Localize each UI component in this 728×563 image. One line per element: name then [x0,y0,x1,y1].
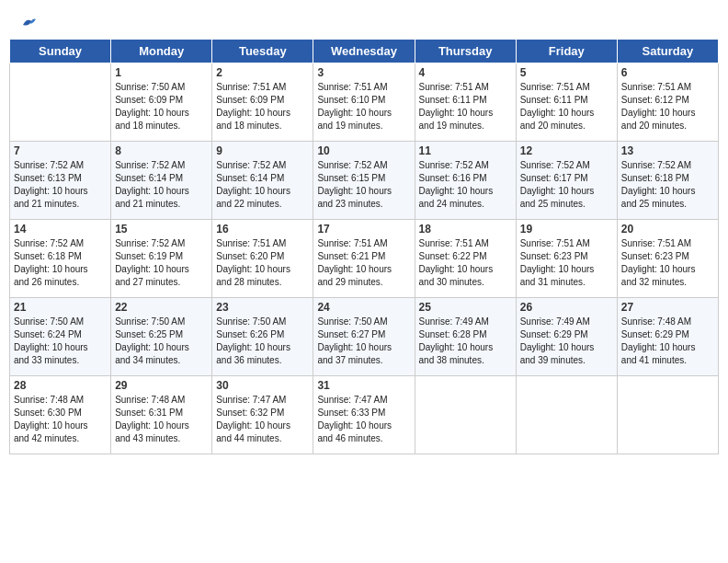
day-info: Sunrise: 7:50 AMSunset: 6:24 PMDaylight:… [14,316,107,367]
day-info: Sunrise: 7:48 AMSunset: 6:30 PMDaylight:… [14,394,107,445]
weekday-header-friday: Friday [516,40,617,63]
day-info: Sunrise: 7:51 AMSunset: 6:22 PMDaylight:… [419,237,512,289]
calendar-cell: 21Sunrise: 7:50 AMSunset: 6:24 PMDayligh… [10,298,111,376]
calendar-cell: 30Sunrise: 7:47 AMSunset: 6:32 PMDayligh… [212,376,313,454]
calendar-cell: 26Sunrise: 7:49 AMSunset: 6:29 PMDayligh… [516,298,617,376]
calendar-cell: 7Sunrise: 7:52 AMSunset: 6:13 PMDaylight… [10,142,111,220]
calendar-week-row: 7Sunrise: 7:52 AMSunset: 6:13 PMDaylight… [10,142,719,220]
calendar-cell: 11Sunrise: 7:52 AMSunset: 6:16 PMDayligh… [415,142,516,220]
day-number: 13 [621,144,714,157]
day-number: 29 [115,379,208,392]
day-info: Sunrise: 7:50 AMSunset: 6:26 PMDaylight:… [216,316,309,367]
calendar-cell [516,376,617,454]
calendar-cell: 19Sunrise: 7:51 AMSunset: 6:23 PMDayligh… [516,220,617,298]
day-info: Sunrise: 7:49 AMSunset: 6:28 PMDaylight:… [419,316,512,367]
day-info: Sunrise: 7:49 AMSunset: 6:29 PMDaylight:… [520,316,613,367]
calendar-cell [10,63,111,142]
day-info: Sunrise: 7:50 AMSunset: 6:27 PMDaylight:… [317,316,410,367]
day-number: 12 [520,144,613,157]
day-number: 3 [317,66,410,79]
day-number: 17 [317,223,410,236]
day-number: 24 [317,301,410,314]
day-number: 5 [520,66,613,79]
day-number: 19 [520,223,613,236]
day-number: 30 [216,379,309,392]
day-info: Sunrise: 7:52 AMSunset: 6:14 PMDaylight:… [115,159,208,211]
calendar-cell: 29Sunrise: 7:48 AMSunset: 6:31 PMDayligh… [111,376,212,454]
day-number: 20 [621,223,714,236]
weekday-header-wednesday: Wednesday [313,40,415,63]
day-info: Sunrise: 7:47 AMSunset: 6:33 PMDaylight:… [317,394,410,445]
calendar-cell: 20Sunrise: 7:51 AMSunset: 6:23 PMDayligh… [617,220,718,298]
calendar-week-row: 14Sunrise: 7:52 AMSunset: 6:18 PMDayligh… [10,220,719,298]
calendar-cell: 12Sunrise: 7:52 AMSunset: 6:17 PMDayligh… [516,142,617,220]
day-number: 25 [419,301,512,314]
day-number: 31 [317,379,410,392]
day-info: Sunrise: 7:52 AMSunset: 6:18 PMDaylight:… [621,159,714,211]
logo [18,14,37,27]
weekday-header-row: SundayMondayTuesdayWednesdayThursdayFrid… [10,40,719,63]
day-number: 28 [14,379,107,392]
day-number: 23 [216,301,309,314]
day-number: 9 [216,144,309,157]
calendar-cell: 14Sunrise: 7:52 AMSunset: 6:18 PMDayligh… [10,220,111,298]
day-number: 7 [14,144,107,157]
calendar-cell: 18Sunrise: 7:51 AMSunset: 6:22 PMDayligh… [415,220,516,298]
day-info: Sunrise: 7:52 AMSunset: 6:18 PMDaylight:… [14,237,107,289]
calendar-cell: 9Sunrise: 7:52 AMSunset: 6:14 PMDaylight… [212,142,313,220]
calendar-cell: 6Sunrise: 7:51 AMSunset: 6:12 PMDaylight… [617,63,718,142]
calendar-week-row: 28Sunrise: 7:48 AMSunset: 6:30 PMDayligh… [10,376,719,454]
day-info: Sunrise: 7:51 AMSunset: 6:23 PMDaylight:… [520,237,613,289]
day-info: Sunrise: 7:50 AMSunset: 6:09 PMDaylight:… [115,81,208,132]
day-info: Sunrise: 7:51 AMSunset: 6:11 PMDaylight:… [520,81,613,132]
day-info: Sunrise: 7:52 AMSunset: 6:16 PMDaylight:… [419,159,512,211]
day-number: 8 [115,144,208,157]
day-number: 10 [317,144,410,157]
weekday-header-tuesday: Tuesday [212,40,313,63]
day-info: Sunrise: 7:52 AMSunset: 6:19 PMDaylight:… [115,237,208,289]
day-info: Sunrise: 7:51 AMSunset: 6:20 PMDaylight:… [216,237,309,289]
weekday-header-monday: Monday [111,40,212,63]
weekday-header-saturday: Saturday [617,40,718,63]
day-info: Sunrise: 7:51 AMSunset: 6:11 PMDaylight:… [419,81,512,132]
calendar-cell [415,376,516,454]
day-number: 14 [14,223,107,236]
day-info: Sunrise: 7:51 AMSunset: 6:10 PMDaylight:… [317,81,410,132]
day-info: Sunrise: 7:51 AMSunset: 6:23 PMDaylight:… [621,237,714,289]
calendar-cell: 25Sunrise: 7:49 AMSunset: 6:28 PMDayligh… [415,298,516,376]
day-info: Sunrise: 7:51 AMSunset: 6:09 PMDaylight:… [216,81,309,132]
day-number: 22 [115,301,208,314]
calendar-cell: 5Sunrise: 7:51 AMSunset: 6:11 PMDaylight… [516,63,617,142]
calendar-cell: 23Sunrise: 7:50 AMSunset: 6:26 PMDayligh… [212,298,313,376]
calendar-cell: 1Sunrise: 7:50 AMSunset: 6:09 PMDaylight… [111,63,212,142]
day-info: Sunrise: 7:51 AMSunset: 6:21 PMDaylight:… [317,237,410,289]
calendar-cell: 4Sunrise: 7:51 AMSunset: 6:11 PMDaylight… [415,63,516,142]
weekday-header-sunday: Sunday [10,40,111,63]
day-info: Sunrise: 7:48 AMSunset: 6:29 PMDaylight:… [621,316,714,367]
day-info: Sunrise: 7:47 AMSunset: 6:32 PMDaylight:… [216,394,309,445]
calendar-cell: 22Sunrise: 7:50 AMSunset: 6:25 PMDayligh… [111,298,212,376]
calendar-cell: 17Sunrise: 7:51 AMSunset: 6:21 PMDayligh… [313,220,415,298]
day-number: 26 [520,301,613,314]
day-number: 27 [621,301,714,314]
calendar-cell: 28Sunrise: 7:48 AMSunset: 6:30 PMDayligh… [10,376,111,454]
logo-bird-icon [20,14,37,30]
calendar-cell: 8Sunrise: 7:52 AMSunset: 6:14 PMDaylight… [111,142,212,220]
calendar-cell: 31Sunrise: 7:47 AMSunset: 6:33 PMDayligh… [313,376,415,454]
calendar-table: SundayMondayTuesdayWednesdayThursdayFrid… [9,39,719,454]
calendar-cell [617,376,718,454]
page-header [9,9,719,31]
day-number: 6 [621,66,714,79]
calendar-week-row: 1Sunrise: 7:50 AMSunset: 6:09 PMDaylight… [10,63,719,142]
calendar-week-row: 21Sunrise: 7:50 AMSunset: 6:24 PMDayligh… [10,298,719,376]
calendar-cell: 24Sunrise: 7:50 AMSunset: 6:27 PMDayligh… [313,298,415,376]
day-number: 1 [115,66,208,79]
calendar-cell: 15Sunrise: 7:52 AMSunset: 6:19 PMDayligh… [111,220,212,298]
day-number: 16 [216,223,309,236]
calendar-cell: 3Sunrise: 7:51 AMSunset: 6:10 PMDaylight… [313,63,415,142]
day-info: Sunrise: 7:52 AMSunset: 6:15 PMDaylight:… [317,159,410,211]
day-info: Sunrise: 7:50 AMSunset: 6:25 PMDaylight:… [115,316,208,367]
weekday-header-thursday: Thursday [415,40,516,63]
calendar-cell: 16Sunrise: 7:51 AMSunset: 6:20 PMDayligh… [212,220,313,298]
day-number: 21 [14,301,107,314]
